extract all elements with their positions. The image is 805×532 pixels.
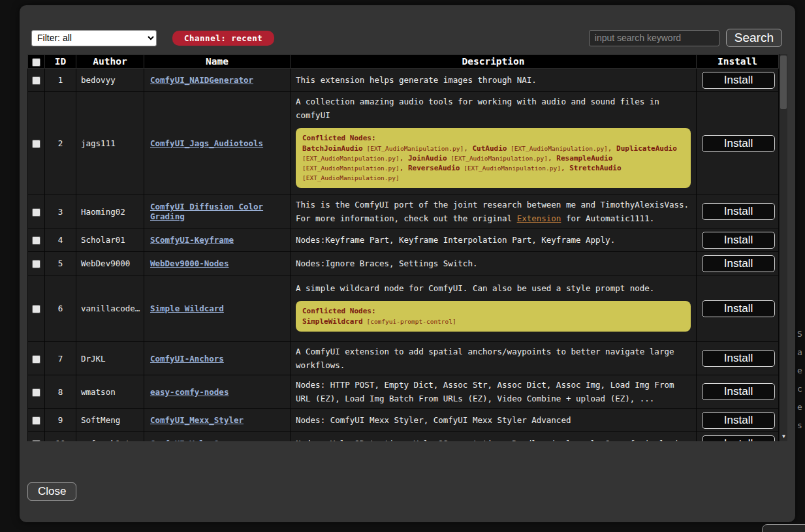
row-description: Nodes:Keyframe Part, Keyframe Interpolat… — [291, 228, 697, 252]
row-checkbox[interactable] — [32, 355, 40, 364]
row-check-cell — [28, 92, 45, 195]
col-header-name: Name — [144, 55, 291, 69]
install-button[interactable]: Install — [702, 412, 775, 429]
install-button[interactable]: Install — [702, 135, 775, 152]
row-check-cell — [28, 252, 45, 275]
row-checkbox[interactable] — [32, 140, 40, 148]
install-button[interactable]: Install — [702, 72, 775, 89]
background-partial-button[interactable] — [762, 524, 805, 532]
row-check-cell — [28, 69, 45, 92]
row-install-cell: Install — [697, 228, 779, 252]
row-name-cell: Simple Wildcard — [144, 275, 291, 342]
conflict-node-name: SimpleWildcard — [302, 317, 363, 326]
extension-name-link[interactable]: ComfyUI_Mexx_Styler — [150, 415, 244, 425]
conflict-node-name: ResampleAudio — [556, 154, 612, 163]
install-button[interactable]: Install — [702, 255, 775, 272]
conflict-node-name: JoinAudio — [408, 154, 447, 163]
row-name-cell: ComfyUI Diffusion Color Grading — [144, 195, 291, 228]
row-name-cell: WebDev9000-Nodes — [144, 252, 291, 275]
table-row: 3Haoming02ComfyUI Diffusion Color Gradin… — [28, 195, 779, 228]
conflict-node-ref: [EXT_AudioManipulation.py] — [447, 155, 548, 162]
row-check-cell — [28, 228, 45, 252]
extension-name-link[interactable]: SComfyUI-Keyframe — [150, 235, 234, 245]
extension-name-link[interactable]: ComfyUI-Anchors — [150, 354, 224, 364]
table-body: 1bedovyyComfyUI_NAIDGeneratorThis extens… — [28, 69, 779, 442]
extension-name-link[interactable]: ComfyUI Diffusion Color Grading — [150, 202, 263, 221]
conflicted-nodes-list: BatchJoinAudio [EXT_AudioManipulation.py… — [302, 144, 684, 183]
row-install-cell: Install — [697, 252, 779, 275]
description-link[interactable]: Extension — [517, 213, 561, 223]
row-checkbox[interactable] — [32, 260, 40, 268]
row-id: 5 — [45, 252, 76, 275]
row-checkbox[interactable] — [32, 416, 40, 425]
search-button[interactable]: Search — [726, 29, 782, 47]
row-checkbox[interactable] — [32, 440, 40, 441]
table-scrollbar-thumb[interactable] — [780, 55, 787, 109]
install-button[interactable]: Install — [702, 300, 775, 317]
select-all-header-cell — [28, 55, 45, 69]
row-description: This extension helps generate images thr… — [291, 69, 697, 92]
conflicted-nodes-title: Conflicted Nodes: — [302, 306, 684, 316]
row-author: vanillacode… — [76, 275, 144, 342]
conflicted-nodes-list: SimpleWildcard [comfyui-prompt-control] — [302, 317, 684, 326]
scroll-down-icon[interactable]: ▼ — [780, 434, 787, 439]
row-id: 7 — [45, 342, 76, 375]
conflict-node-ref: [comfyui-prompt-control] — [363, 318, 456, 325]
row-checkbox[interactable] — [32, 388, 40, 397]
extension-name-link[interactable]: ComfyUI Yolov8 — [150, 439, 219, 441]
row-name-cell: ComfyUI Yolov8 — [144, 432, 291, 442]
row-install-cell: Install — [697, 69, 779, 92]
conflict-node-name: ReverseAudio — [408, 164, 460, 172]
col-header-id: ID — [45, 55, 76, 69]
row-id: 9 — [45, 409, 76, 432]
table-row: 6vanillacode…Simple WildcardA simple wil… — [28, 275, 779, 342]
custom-nodes-table: ID Author Name Description Install 1bedo… — [27, 54, 779, 441]
row-checkbox[interactable] — [32, 236, 40, 245]
filter-select[interactable]: Filter: all — [31, 30, 157, 46]
install-button[interactable]: Install — [702, 383, 775, 400]
extension-name-link[interactable]: Simple Wildcard — [150, 304, 224, 313]
row-install-cell: Install — [697, 195, 779, 228]
row-checkbox[interactable] — [32, 305, 40, 313]
row-name-cell: ComfyUI_NAIDGenerator — [144, 69, 291, 92]
conflicted-nodes-title: Conflicted Nodes: — [302, 133, 684, 143]
row-check-cell — [28, 275, 45, 342]
row-checkbox[interactable] — [32, 76, 40, 85]
row-description: Nodes:Ignore Braces, Settings Switch. — [291, 252, 697, 275]
install-button[interactable]: Install — [702, 435, 775, 442]
extension-name-link[interactable]: easy-comfy-nodes — [150, 387, 229, 397]
row-install-cell: Install — [697, 342, 779, 375]
close-button[interactable]: Close — [27, 482, 76, 501]
row-description: A ComfyUI extension to add spatial ancho… — [291, 342, 697, 375]
conflict-node-name: StretchAudio — [569, 164, 621, 172]
install-button[interactable]: Install — [702, 232, 775, 249]
row-description: A simple wildcard node for ComfyUI. Can … — [291, 275, 697, 342]
conflict-node-ref: [EXT_AudioManipulation.py] — [302, 174, 400, 181]
row-description: A collection amazing audio tools for wor… — [291, 92, 697, 195]
row-name-cell: SComfyUI-Keyframe — [144, 228, 291, 252]
row-author: jags111 — [76, 92, 144, 195]
search-input[interactable] — [589, 30, 719, 46]
row-name-cell: easy-comfy-nodes — [144, 375, 291, 409]
install-button[interactable]: Install — [702, 350, 775, 367]
table-header-row: ID Author Name Description Install — [28, 55, 779, 69]
table-row: 8wmatsoneasy-comfy-nodesNodes: HTTP POST… — [28, 375, 779, 409]
row-check-cell — [28, 375, 45, 409]
row-name-cell: ComfyUI_Mexx_Styler — [144, 409, 291, 432]
extension-name-link[interactable]: ComfyUI_NAIDGenerator — [150, 75, 253, 85]
extension-name-link[interactable]: ComfyUI_Jags_Audiotools — [150, 138, 263, 148]
row-author: Haoming02 — [76, 195, 144, 228]
extension-name-link[interactable]: WebDev9000-Nodes — [150, 258, 229, 268]
row-description: Nodes: Yolov8Detection, Yolov8Segmentati… — [291, 432, 697, 442]
row-check-cell — [28, 342, 45, 375]
conflict-node-ref: [EXT_AudioManipulation.py] — [363, 145, 464, 152]
row-install-cell: Install — [697, 432, 779, 442]
row-checkbox[interactable] — [32, 208, 40, 217]
select-all-checkbox[interactable] — [32, 58, 40, 67]
table-scrollbar[interactable]: ▼ — [779, 54, 787, 441]
install-button[interactable]: Install — [702, 203, 775, 220]
col-header-description: Description — [291, 55, 697, 69]
row-description: Nodes: ComfyUI Mexx Styler, ComfyUI Mexx… — [291, 409, 697, 432]
custom-nodes-dialog: Filter: all Channel: recent Search I — [20, 5, 795, 522]
row-name-cell: ComfyUI-Anchors — [144, 342, 291, 375]
